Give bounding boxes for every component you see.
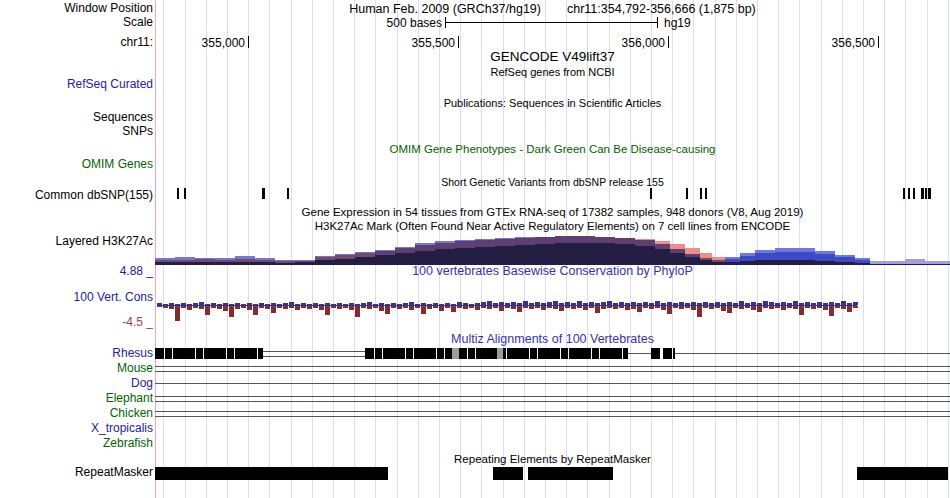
phylop-positive-bar <box>511 302 516 305</box>
track-label-snps[interactable]: SNPs <box>122 125 153 138</box>
phylop-positive-bar <box>541 303 546 305</box>
snp-variant-tick[interactable] <box>287 188 289 199</box>
snp-variant-tick[interactable] <box>177 188 179 199</box>
phylop-positive-bar <box>661 303 666 305</box>
snp-variant-tick[interactable] <box>686 188 688 199</box>
phylop-negative-bar <box>673 306 678 308</box>
track-label-x-tropicalis[interactable]: X_tropicalis <box>91 422 153 435</box>
phylop-positive-bar <box>553 301 558 305</box>
phylop-positive-bar <box>205 304 210 305</box>
track-label-chicken[interactable]: Chicken <box>110 407 153 420</box>
alignment-double-line[interactable] <box>155 371 950 372</box>
gencode-track-title[interactable]: GENCODE V49lift37 <box>155 50 950 63</box>
phylop-negative-bar <box>493 306 498 308</box>
phylop-negative-bar <box>241 306 246 308</box>
alignment-double-line[interactable] <box>263 351 365 352</box>
phylop-negative-bar <box>433 306 438 308</box>
alignment-block[interactable] <box>663 348 675 359</box>
snp-variant-tick[interactable] <box>700 188 702 199</box>
phylop-negative-bar <box>211 306 216 308</box>
alignment-double-line[interactable] <box>155 411 950 412</box>
h3k27ac-signal-bar <box>335 259 355 265</box>
alignment-double-line[interactable] <box>155 396 950 397</box>
alignment-single-line[interactable] <box>628 353 651 354</box>
h3k27ac-signal-bar <box>595 243 615 265</box>
phylop-negative-bar <box>775 306 780 308</box>
snp-variant-tick[interactable] <box>913 188 915 199</box>
track-label-mouse[interactable]: Mouse <box>117 362 153 375</box>
publications-track-title[interactable]: Publications: Sequences in Scientific Ar… <box>155 97 950 110</box>
snp-variant-tick[interactable] <box>908 188 910 199</box>
h3k27ac-signal-bar <box>670 244 685 249</box>
snp-variant-tick[interactable] <box>262 188 265 199</box>
h3k27ac-signal-bar <box>235 256 255 259</box>
snp-variant-tick[interactable] <box>650 188 652 199</box>
track-label-zebrafish[interactable]: Zebrafish <box>103 437 153 450</box>
alignment-double-line[interactable] <box>155 366 950 367</box>
dbsnp-track-title[interactable]: Short Genetic Variants from dbSNP releas… <box>155 176 950 189</box>
track-label-common-dbsnp[interactable]: Common dbSNP(155) <box>35 189 153 202</box>
h3k27ac-signal-bar <box>725 257 740 259</box>
refseq-track-title[interactable]: RefSeq genes from NCBI <box>155 66 950 79</box>
phylop-positive-bar <box>769 302 774 305</box>
alignment-double-line[interactable] <box>155 401 950 402</box>
alignment-double-line[interactable] <box>155 416 950 417</box>
alignment-gray-block[interactable] <box>497 348 503 359</box>
h3k27ac-signal-bar <box>655 249 670 265</box>
alignment-single-line[interactable] <box>675 353 950 354</box>
h3k27ac-signal-bar <box>655 244 670 249</box>
phylop-negative-bar <box>631 306 636 309</box>
snp-variant-tick[interactable] <box>903 188 905 199</box>
phylop-positive-bar <box>457 302 462 305</box>
track-label-dog[interactable]: Dog <box>131 377 153 390</box>
phylop-negative-bar <box>217 306 222 309</box>
phylop-track-title[interactable]: 100 vertebrates Basewise Conservation by… <box>155 265 950 278</box>
phylop-positive-bar <box>217 304 222 305</box>
phylop-negative-bar <box>463 306 468 309</box>
phylop-negative-bar <box>475 306 480 310</box>
alignment-double-line[interactable] <box>263 356 365 357</box>
phylop-positive-bar <box>463 303 468 305</box>
phylop-negative-bar <box>403 306 408 308</box>
repeat-block[interactable] <box>857 467 948 480</box>
repeat-block[interactable] <box>528 467 613 480</box>
alignment-gray-block[interactable] <box>452 348 459 359</box>
track-label-elephant[interactable]: Elephant <box>106 392 153 405</box>
phylop-negative-bar <box>709 306 714 309</box>
gtex-track-title[interactable]: Gene Expression in 54 tissues from GTEx … <box>155 206 950 219</box>
alignment-single-line[interactable] <box>155 383 950 384</box>
h3k27ac-max-value: 4.88 _ <box>120 265 153 278</box>
track-label-omim-genes[interactable]: OMIM Genes <box>82 158 153 171</box>
snp-variant-tick[interactable] <box>184 188 186 199</box>
h3k27ac-signal-bar <box>855 263 870 265</box>
snp-variant-tick[interactable] <box>928 188 931 199</box>
multiz-track-title[interactable]: Multiz Alignments of 100 Vertebrates <box>155 333 950 346</box>
h3k27ac-signal-bar <box>195 262 215 265</box>
h3k27ac-signal-bar <box>295 260 315 261</box>
snp-variant-tick[interactable] <box>705 188 707 199</box>
h3k27ac-signal-bar <box>175 260 195 262</box>
phylop-negative-bar <box>733 306 738 308</box>
track-label-refseq-curated[interactable]: RefSeq Curated <box>67 78 153 91</box>
snp-variant-tick[interactable] <box>921 188 924 199</box>
h3k27ac-signal-bar <box>795 248 815 252</box>
snp-variant-tick[interactable] <box>925 188 927 199</box>
repeatmasker-track-title[interactable]: Repeating Elements by RepeatMasker <box>155 453 950 466</box>
h3k27ac-signal-bar <box>315 260 335 265</box>
repeat-block[interactable] <box>155 467 388 480</box>
alignment-block[interactable] <box>651 348 660 359</box>
h3k27ac-signal-bar <box>535 244 555 265</box>
h3k27ac-track-title[interactable]: H3K27Ac Mark (Often Found Near Active Re… <box>155 220 950 233</box>
omim-track-title[interactable]: OMIM Gene Phenotypes - Dark Green Can Be… <box>155 143 950 156</box>
track-label-100-vert-cons[interactable]: 100 Vert. Cons <box>74 291 153 304</box>
phylop-positive-bar <box>367 302 372 305</box>
ruler-tick-mark <box>458 36 459 48</box>
repeat-block[interactable] <box>493 467 523 480</box>
track-label-rhesus[interactable]: Rhesus <box>112 347 153 360</box>
alignment-block[interactable] <box>155 348 263 359</box>
track-label-layered-h3k27ac[interactable]: Layered H3K27Ac <box>56 235 153 248</box>
phylop-positive-bar <box>211 303 216 305</box>
track-label-repeatmasker[interactable]: RepeatMasker <box>75 466 153 479</box>
track-label-sequences[interactable]: Sequences <box>93 111 153 124</box>
phylop-positive-bar <box>673 303 678 305</box>
